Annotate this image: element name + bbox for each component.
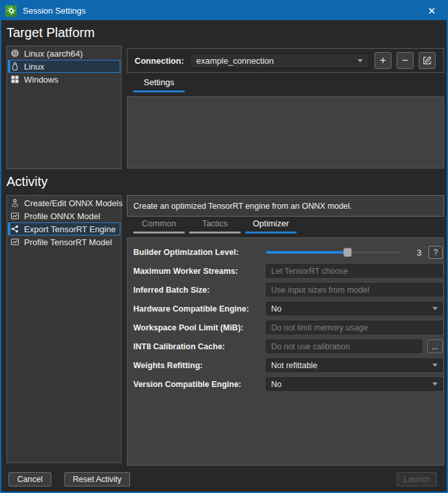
help-button[interactable]: ? [428,246,443,259]
titlebar: Session Settings ✕ [1,1,447,20]
chart-icon [10,211,20,220]
field-label-version-compatible-engine: Version Compatible Engine: [133,380,261,389]
chip-icon [10,49,20,58]
chevron-down-icon [358,59,363,62]
person-network-icon [10,198,20,207]
windows-icon [10,75,20,84]
network-graph-icon [10,224,20,233]
platform-item-windows[interactable]: Windows [8,73,120,86]
cancel-button[interactable]: Cancel [8,472,51,486]
field-label-int8-calibration-cache: INT8 Calibration Cache: [133,342,261,351]
remove-connection-button[interactable]: − [397,52,414,69]
tab-settings[interactable]: Settings [133,77,185,92]
chart-icon [10,237,20,246]
activity-item-create-edit-onnx[interactable]: Create/Edit ONNX Models [8,196,120,209]
workspace-pool-limit-input[interactable] [266,321,443,334]
field-label-maximum-worker-streams: Maximum Worker Streams: [133,267,261,276]
select-value: Not refittable [271,361,317,370]
slider-handle[interactable] [343,248,352,257]
platform-item-label: Linux [24,62,44,72]
tab-common[interactable]: Common [133,219,185,233]
launch-button[interactable]: Launch [397,472,437,486]
connection-settings-panel [127,96,444,168]
connection-tabs: Settings [133,77,185,92]
weights-refitting-select[interactable]: Not refittable [266,358,443,372]
activity-description: Create an optimized TensorRT engine from… [127,195,444,217]
target-platform-heading: Target Platform [7,25,95,40]
builder-optimization-level-slider[interactable] [266,248,401,257]
tab-optimizer[interactable]: Optimizer [245,219,296,233]
activity-item-label: Profile TensorRT Model [24,237,112,247]
session-settings-dialog: Session Settings ✕ Target Platform Linux… [0,0,448,493]
activity-item-export-tensorrt[interactable]: Export TensorRT Engine [8,222,120,235]
connection-value: example_connection [196,56,274,66]
activity-list: Create/Edit ONNX Models Profile ONNX Mod… [7,195,122,463]
edit-pencil-icon [423,56,432,65]
connection-group: Connection: example_connection + − [127,48,444,73]
activity-heading: Activity [7,174,47,189]
version-compatible-engine-select[interactable]: No [266,377,443,391]
add-connection-button[interactable]: + [375,52,391,69]
platform-list: Linux (aarch64) Linux Windows [7,46,122,169]
tux-icon [10,62,20,71]
edit-connection-button[interactable] [419,52,436,69]
app-icon [5,5,17,17]
slider-value: 3 [417,248,421,258]
platform-item-linux-aarch64[interactable]: Linux (aarch64) [8,47,120,60]
select-value: No [271,304,282,313]
connection-label: Connection: [135,56,184,66]
close-icon[interactable]: ✕ [421,1,443,20]
field-label-hardware-compatible-engine: Hardware Compatible Engine: [133,304,261,313]
chevron-down-icon [432,364,438,367]
reset-activity-button[interactable]: Reset Activity [64,472,130,486]
select-value: No [271,380,282,389]
activity-item-profile-onnx[interactable]: Profile ONNX Model [8,209,120,222]
connection-dropdown[interactable]: example_connection [190,53,369,68]
platform-item-label: Linux (aarch64) [24,49,83,59]
tab-tactics[interactable]: Tactics [189,219,241,233]
window-title: Session Settings [23,6,86,16]
activity-item-profile-tensorrt[interactable]: Profile TensorRT Model [8,235,120,248]
slider-fill [266,251,347,254]
browse-button[interactable]: ... [427,340,443,353]
field-label-workspace-pool-limit: Workspace Pool Limit (MiB): [133,323,261,332]
maximum-worker-streams-input[interactable] [266,264,443,278]
hardware-compatible-engine-select[interactable]: No [266,302,443,315]
inferred-batch-size-input[interactable] [266,283,443,297]
platform-item-linux[interactable]: Linux [8,60,120,73]
activity-item-label: Profile ONNX Model [24,211,100,221]
field-label-inferred-batch-size: Inferred Batch Size: [133,286,261,295]
field-label-builder-optimization-level: Builder Optimization Level: [133,248,261,257]
platform-item-label: Windows [24,75,59,85]
int8-calibration-cache-input[interactable] [266,340,422,353]
activity-tabs: Common Tactics Optimizer [133,219,296,233]
optimizer-form-panel: Builder Optimization Level: 3 ? Maximum … [127,237,444,466]
chevron-down-icon [432,307,438,310]
field-label-weights-refitting: Weights Refitting: [133,361,261,370]
activity-item-label: Create/Edit ONNX Models [24,198,123,208]
activity-item-label: Export TensorRT Engine [24,224,116,234]
chevron-down-icon [432,382,438,386]
